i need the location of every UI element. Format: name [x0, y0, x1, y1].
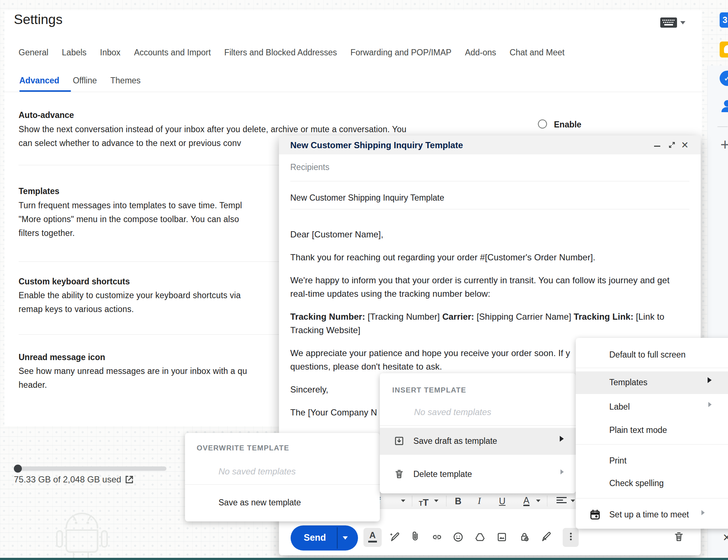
- submenu-chevron-icon: [560, 436, 564, 442]
- tab-general[interactable]: General: [19, 48, 48, 58]
- bold-button[interactable]: B: [455, 496, 461, 506]
- text-color-dropdown-icon[interactable]: [536, 500, 540, 502]
- save-template-icon: [394, 435, 405, 448]
- no-saved-templates-label: No saved templates: [219, 466, 296, 477]
- gmail-settings-screen: Settings General Labels Inbox Accounts a…: [0, 0, 728, 560]
- formatting-options-button[interactable]: A: [363, 528, 382, 547]
- section-text: can select whether to advance to the nex…: [19, 138, 241, 148]
- font-size-dropdown-icon[interactable]: [434, 500, 438, 502]
- storage-external-link-icon[interactable]: [124, 474, 135, 486]
- signature-pen-icon[interactable]: [541, 532, 552, 544]
- italic-button[interactable]: I: [478, 496, 481, 506]
- text-color-button[interactable]: A: [523, 496, 530, 506]
- settings-tabs: General Labels Inbox Accounts and Import…: [19, 48, 564, 58]
- underline-button[interactable]: U: [499, 496, 505, 506]
- menu-item-check-spelling[interactable]: Check spelling: [609, 478, 664, 488]
- menu-item-set-up-time-to-meet[interactable]: Set up a time to meet: [576, 505, 728, 526]
- body-line: Tracking Website]: [290, 323, 691, 337]
- tab-accounts-and-import[interactable]: Accounts and Import: [134, 48, 211, 58]
- active-subtab-underline: [19, 90, 71, 92]
- body-line: Thank you for reaching out regarding you…: [290, 251, 691, 264]
- page-title: Settings: [14, 12, 63, 27]
- more-options-icon[interactable]: [563, 528, 579, 547]
- insert-link-icon[interactable]: [432, 532, 442, 544]
- recipients-field[interactable]: Recipients: [290, 162, 329, 172]
- submenu-chevron-icon: [701, 510, 705, 515]
- menu-item-default-to-full-screen[interactable]: Default to full screen: [609, 350, 686, 360]
- submenu-chevron-icon: [708, 402, 712, 407]
- bottom-edge-bar: [0, 558, 728, 560]
- font-family-dropdown-icon[interactable]: [401, 500, 405, 502]
- help-me-write-icon[interactable]: [389, 532, 400, 544]
- send-button[interactable]: Send: [291, 525, 358, 551]
- get-add-ons-plus-icon[interactable]: +: [720, 135, 728, 154]
- section-title-unread: Unread message icon: [19, 352, 105, 362]
- menu-item-save-as-new-template[interactable]: Save as new template: [185, 485, 380, 521]
- section-text: header.: [19, 380, 47, 390]
- body-line: real-time updates using the tracking num…: [290, 287, 691, 300]
- subtab-offline[interactable]: Offline: [73, 76, 97, 86]
- tab-forwarding[interactable]: Forwarding and POP/IMAP: [350, 48, 451, 58]
- insert-from-drive-icon[interactable]: [475, 532, 485, 544]
- body-line: Dear [Customer Name],: [290, 228, 691, 241]
- side-panel-divider: [717, 126, 728, 127]
- section-text: filters together.: [19, 228, 75, 238]
- align-dropdown-icon[interactable]: [571, 500, 575, 502]
- compose-options-menu: Default to full screen Templates Label P…: [576, 338, 728, 529]
- section-title-templates: Templates: [19, 186, 59, 196]
- menu-item-save-draft-as-template[interactable]: Save draft as template: [380, 428, 576, 455]
- tab-inbox[interactable]: Inbox: [100, 48, 121, 58]
- submenu-chevron-icon: [708, 377, 712, 383]
- close-icon[interactable]: ✕: [681, 140, 689, 150]
- send-options-dropdown-icon[interactable]: [343, 536, 348, 540]
- menu-item-delete-template[interactable]: Delete template: [380, 460, 576, 489]
- insert-template-header: INSERT TEMPLATE: [392, 386, 466, 394]
- minimize-icon[interactable]: [654, 146, 660, 147]
- storage-progress-bar: [16, 466, 166, 471]
- tab-labels[interactable]: Labels: [62, 48, 87, 58]
- field-divider: [290, 209, 689, 209]
- settings-subtabs: Advanced Offline Themes: [19, 76, 141, 86]
- enable-radio-label: Enable: [554, 120, 581, 130]
- subtab-themes[interactable]: Themes: [110, 76, 141, 86]
- section-title-shortcuts: Custom keyboard shortcuts: [19, 277, 130, 287]
- tab-add-ons[interactable]: Add-ons: [465, 48, 496, 58]
- no-saved-templates-label: No saved templates: [414, 407, 491, 417]
- send-split-divider: [337, 527, 338, 549]
- font-size-button[interactable]: TT: [419, 497, 429, 508]
- confidential-mode-icon[interactable]: [519, 532, 530, 544]
- menu-item-plain-text-mode[interactable]: Plain text mode: [609, 425, 667, 435]
- subtab-advanced[interactable]: Advanced: [19, 76, 59, 86]
- menu-item-print[interactable]: Print: [609, 456, 626, 466]
- insert-photo-icon[interactable]: [496, 532, 507, 544]
- contacts-app-icon[interactable]: [720, 98, 728, 114]
- attach-file-icon[interactable]: [410, 531, 421, 543]
- discard-draft-trash-icon[interactable]: [673, 531, 685, 544]
- body-line-tracking: Tracking Number: [Tracking Number] Carri…: [290, 310, 691, 323]
- section-text: Show the next conversation instead of yo…: [19, 125, 406, 134]
- enable-radio[interactable]: [538, 119, 547, 129]
- menu-item-templates[interactable]: Templates: [576, 371, 728, 394]
- section-text: Enable the ability to customize your key…: [19, 291, 241, 300]
- keep-app-icon[interactable]: [720, 42, 728, 58]
- side-panel-close-icon[interactable]: ✕: [723, 532, 728, 544]
- input-tools-keyboard-icon[interactable]: [660, 17, 677, 30]
- body-line: We're happy to inform you that your orde…: [290, 273, 691, 287]
- storage-progress-knob: [14, 465, 22, 473]
- section-text: Turn frequent messages into templates to…: [19, 201, 242, 210]
- section-text: See how many unread messages are in your…: [19, 366, 247, 376]
- android-watermark-icon: [44, 510, 127, 560]
- calendar-meet-icon: [589, 509, 601, 522]
- field-divider: [290, 181, 689, 181]
- menu-item-label[interactable]: Label: [576, 397, 728, 417]
- storage-usage-text: 75.33 GB of 2,048 GB used: [14, 474, 121, 485]
- calendar-app-icon[interactable]: 3: [720, 12, 728, 28]
- tab-filters[interactable]: Filters and Blocked Addresses: [224, 48, 337, 58]
- align-button[interactable]: [556, 496, 567, 505]
- insert-emoji-icon[interactable]: [453, 532, 464, 544]
- overwrite-template-menu: OVERWRITE TEMPLATE No saved templates Sa…: [185, 433, 380, 521]
- subject-field[interactable]: New Customer Shipping Inquiry Template: [290, 193, 444, 203]
- expand-icon[interactable]: [668, 141, 676, 150]
- tab-chat-and-meet[interactable]: Chat and Meet: [509, 48, 564, 58]
- input-tools-dropdown-icon[interactable]: [680, 21, 685, 24]
